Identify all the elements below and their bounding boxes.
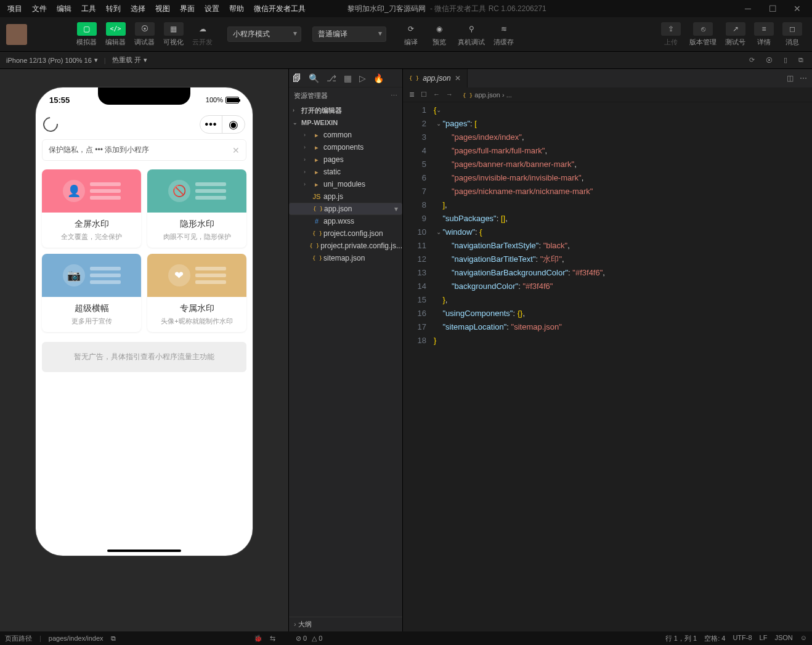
more-icon[interactable]: ⋯ [800, 74, 807, 83]
maximize-button[interactable]: ☐ [760, 4, 785, 14]
hotreload-select[interactable]: 热重载 开 ▾ [112, 55, 147, 65]
code-body[interactable]: { "pages": [ "pages/index/index", "pages… [434, 102, 812, 631]
branch-tab-icon[interactable]: ⎇ [327, 73, 336, 83]
search-tab-icon[interactable]: 🔍 [309, 73, 319, 83]
compile-select[interactable]: 普通编译 [312, 26, 386, 42]
warnings[interactable]: △ 0 [312, 635, 322, 643]
split-icon[interactable]: ◫ [787, 74, 794, 83]
tree-item[interactable]: { }sitemap.json [289, 252, 402, 264]
version-button[interactable]: ⎋版本管理 [686, 21, 720, 48]
visual-button[interactable]: ▦可视化 [160, 21, 187, 48]
menu-wechat[interactable]: 微信开发者工具 [249, 0, 311, 17]
indent[interactable]: 空格: 4 [704, 634, 725, 643]
menu-ui[interactable]: 界面 [175, 0, 200, 17]
file-tree: ›打开的编辑器 ⌄MP-WEIXIN ›▸common›▸components›… [289, 104, 402, 617]
upload-button[interactable]: ⇪上传 [657, 21, 684, 48]
refresh-icon[interactable]: ⟳ [747, 56, 757, 64]
cursor-position[interactable]: 行 1，列 1 [665, 634, 697, 643]
editor-tabs: { }app.json✕ ◫⋯ [403, 69, 812, 87]
tree-item[interactable]: ›▸uni_modules [289, 178, 402, 190]
bookmark-icon[interactable]: ☐ [421, 91, 427, 99]
cloud-button[interactable]: ☁云开发 [189, 21, 216, 48]
eol[interactable]: LF [760, 634, 768, 643]
card-banner[interactable]: 📷超级横幅更多用于宣传 [42, 254, 141, 332]
detail-button[interactable]: ≡详情 [750, 21, 777, 48]
tree-item[interactable]: { }project.config.json [289, 227, 402, 240]
mode-select[interactable]: 小程序模式 [227, 26, 301, 42]
errors[interactable]: ⊘ 0 [296, 635, 307, 643]
statusbar: 页面路径 | pages/index/index ⧉ 🐞 ⇆ ⊘ 0 △ 0 行… [0, 631, 812, 645]
tree-item[interactable]: { }app.json [289, 203, 402, 215]
card-fullscreen[interactable]: 👤全屏水印全文覆盖，完全保护 [42, 169, 141, 248]
tree-item[interactable]: JSapp.js [289, 190, 402, 203]
tab-app-json[interactable]: { }app.json✕ [403, 69, 468, 87]
tree-item[interactable]: ›▸static [289, 166, 402, 178]
capsule-close-icon[interactable]: ◉ [222, 116, 245, 133]
compile-button[interactable]: ⟳编译 [397, 21, 424, 48]
feedback-icon[interactable]: ☺ [800, 634, 807, 643]
undock-icon[interactable]: ⧉ [796, 56, 806, 64]
capsule-menu-icon[interactable]: ••• [200, 116, 222, 133]
message-button[interactable]: ◻消息 [779, 21, 806, 48]
section-open-editors[interactable]: ›打开的编辑器 [289, 104, 402, 116]
share-icon[interactable]: ⇆ [270, 635, 275, 643]
menu-file[interactable]: 文件 [27, 0, 52, 17]
code-editor[interactable]: 123456789101112131415161718 ⌄⌄⌄ { "pages… [403, 102, 812, 631]
tree-item[interactable]: #app.wxss [289, 215, 402, 227]
list-icon[interactable]: ≣ [409, 91, 415, 99]
files-tab-icon[interactable]: 🗐 [293, 73, 301, 83]
tip-banner[interactable]: 保护隐私，点 ••• 添加到小程序 ✕ [42, 139, 246, 161]
preview-button[interactable]: ◉预览 [426, 21, 453, 48]
editor-pane: { }app.json✕ ◫⋯ ≣ ☐ ← → { } app.json › .… [403, 69, 812, 631]
page-path[interactable]: pages/index/index [49, 635, 104, 642]
user-avatar[interactable] [6, 24, 27, 45]
menu-edit[interactable]: 编辑 [52, 0, 76, 17]
encoding[interactable]: UTF-8 [733, 634, 752, 643]
close-icon[interactable]: ✕ [455, 74, 461, 83]
device-icon[interactable]: ▯ [781, 56, 790, 64]
simulator-button[interactable]: ▢模拟器 [73, 21, 100, 48]
window-controls: ─ ☐ ✕ [736, 4, 810, 14]
card-invisible[interactable]: 🚫隐形水印肉眼不可见，隐形保护 [147, 169, 246, 248]
remote-button[interactable]: ⚲真机调试 [454, 21, 489, 48]
menu-project[interactable]: 项目 [2, 0, 27, 17]
section-root[interactable]: ⌄MP-WEIXIN [289, 116, 402, 129]
menu-settings[interactable]: 设置 [200, 0, 224, 17]
card-custom[interactable]: ❤专属水印头像+昵称就能制作水印 [147, 254, 246, 332]
menu-help[interactable]: 帮助 [224, 0, 249, 17]
camera-icon: 📷 [63, 264, 85, 286]
menu-view[interactable]: 视图 [150, 0, 175, 17]
person-icon: 👤 [63, 180, 85, 202]
menu-goto[interactable]: 转到 [101, 0, 126, 17]
debugger-button[interactable]: ⦿调试器 [131, 21, 158, 48]
close-button[interactable]: ✕ [785, 4, 810, 14]
minimize-button[interactable]: ─ [736, 4, 760, 14]
debug-tab-icon[interactable]: ▷ [359, 73, 366, 83]
extensions-tab-icon[interactable]: ▦ [344, 73, 352, 83]
editor-button[interactable]: </>编辑器 [102, 21, 129, 48]
main-area: 15:55 100% •••◉ 保护隐私，点 ••• 添加到小程序 ✕ 👤全屏水… [0, 69, 812, 631]
tree-item[interactable]: { }project.private.config.js... [289, 240, 402, 252]
tree-item[interactable]: ›▸components [289, 141, 402, 153]
tree-item[interactable]: ›▸pages [289, 153, 402, 166]
menu-select[interactable]: 选择 [126, 0, 150, 17]
close-icon[interactable]: ✕ [232, 145, 240, 155]
tree-item[interactable]: ›▸common [289, 129, 402, 141]
phone-frame: 15:55 100% •••◉ 保护隐私，点 ••• 添加到小程序 ✕ 👤全屏水… [36, 87, 253, 556]
copy-icon[interactable]: ⧉ [111, 635, 116, 643]
refresh-icon[interactable] [40, 114, 61, 135]
flame-tab-icon[interactable]: 🔥 [373, 73, 384, 83]
prev-icon[interactable]: ← [433, 91, 440, 99]
language[interactable]: JSON [774, 634, 792, 643]
section-outline[interactable]: › 大纲 [289, 617, 402, 631]
capsule-button[interactable]: •••◉ [200, 115, 245, 134]
clear-button[interactable]: ≋清缓存 [490, 21, 518, 48]
record-icon[interactable]: ⦿ [763, 57, 775, 64]
device-select[interactable]: iPhone 12/13 (Pro) 100% 16 ▾ [6, 56, 98, 64]
next-icon[interactable]: → [446, 91, 453, 99]
more-icon[interactable]: ⋯ [391, 92, 397, 100]
explorer-header: 资源管理器⋯ [289, 87, 402, 104]
menu-tools[interactable]: 工具 [76, 0, 101, 17]
testid-button[interactable]: ↗测试号 [721, 21, 749, 48]
bug-icon[interactable]: 🐞 [254, 635, 262, 643]
